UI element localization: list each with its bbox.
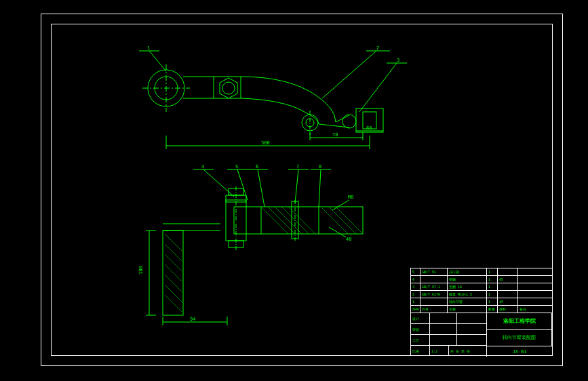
drawing-title: 转向节臂装配图 bbox=[487, 330, 552, 347]
balloon-1: 1 bbox=[147, 45, 150, 51]
balloon-4: 4 bbox=[201, 164, 204, 169]
svg-line-56 bbox=[203, 169, 234, 197]
svg-line-15 bbox=[149, 51, 166, 71]
checker-label: 审核 bbox=[411, 324, 430, 334]
drawing-number: JX-01 bbox=[487, 346, 552, 357]
svg-line-40 bbox=[268, 207, 295, 234]
parts-header-row: 序号 代号 名称 数量 材料 备注 bbox=[411, 306, 552, 313]
designer-label: 设计 bbox=[411, 313, 430, 323]
approver-label: 工艺 bbox=[411, 335, 430, 345]
svg-line-72 bbox=[332, 200, 349, 210]
balloon-3: 3 bbox=[397, 58, 399, 63]
svg-line-19 bbox=[359, 63, 397, 112]
svg-point-12 bbox=[342, 115, 356, 128]
title-block: 5 GB/T 91 开口销 1 4 销轴 1 45 3 GB/T 97.1 垫圈… bbox=[410, 268, 553, 356]
balloon-5: 5 bbox=[235, 164, 238, 169]
balloon-8: 8 bbox=[319, 164, 321, 169]
cad-drawing-canvas: 1 2 3 300 78 68 4 5 6 7 8 180 94 M8 40 5… bbox=[51, 24, 553, 356]
svg-line-62 bbox=[295, 169, 298, 203]
svg-line-73 bbox=[329, 227, 346, 237]
svg-line-44 bbox=[322, 208, 348, 234]
svg-line-64 bbox=[319, 169, 321, 207]
balloon-7: 7 bbox=[296, 164, 299, 169]
svg-line-48 bbox=[165, 244, 182, 261]
svg-line-52 bbox=[165, 285, 182, 302]
parts-row: 1 转向节臂 1 45 bbox=[411, 298, 552, 306]
svg-line-17 bbox=[322, 51, 376, 98]
parts-row: 2 GB/T 6170 螺母 M14×1.5 1 bbox=[411, 291, 552, 298]
svg-line-50 bbox=[165, 264, 182, 281]
svg-line-46 bbox=[336, 207, 361, 233]
svg-line-13 bbox=[319, 124, 349, 127]
svg-point-6 bbox=[222, 82, 235, 94]
dim-note-40: 40 bbox=[346, 237, 351, 242]
dim-overall: 300 bbox=[261, 140, 270, 146]
svg-line-60 bbox=[258, 169, 264, 207]
dim-h-left: 180 bbox=[138, 266, 144, 275]
svg-line-53 bbox=[165, 295, 182, 312]
sheet-label: 共 张 第 张 bbox=[449, 346, 486, 356]
svg-line-47 bbox=[165, 234, 182, 251]
scale-label: 比例 bbox=[411, 346, 430, 356]
svg-line-41 bbox=[275, 207, 302, 234]
balloon-6: 6 bbox=[256, 164, 258, 169]
dim-w-bot: 94 bbox=[190, 317, 195, 322]
svg-line-49 bbox=[165, 254, 182, 271]
dim-right-span: 78 bbox=[332, 132, 338, 138]
svg-line-43 bbox=[288, 207, 315, 234]
parts-row: 5 GB/T 91 开口销 1 bbox=[411, 268, 552, 276]
balloon-2: 2 bbox=[376, 45, 379, 51]
dim-note-m8: M8 bbox=[348, 195, 353, 200]
svg-rect-31 bbox=[163, 230, 183, 315]
svg-line-51 bbox=[165, 275, 182, 292]
parts-row: 4 销轴 1 45 bbox=[411, 276, 552, 283]
school-name: 洛阳工程学院 bbox=[487, 313, 552, 330]
parts-row: 3 GB/T 97.1 垫圈 14 1 bbox=[411, 283, 552, 291]
svg-line-39 bbox=[262, 208, 288, 234]
dim-right-off: 68 bbox=[366, 125, 372, 131]
scale-value: 1:2 bbox=[430, 346, 449, 356]
